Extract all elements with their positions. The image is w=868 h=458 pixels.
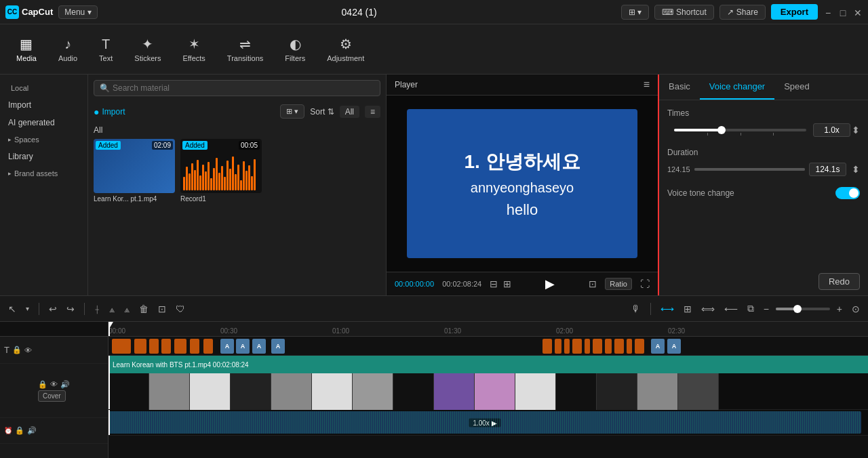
sub-clip[interactable] bbox=[593, 339, 602, 354]
sub-clip[interactable] bbox=[190, 339, 199, 354]
sub-clip[interactable] bbox=[161, 339, 171, 354]
times-slider[interactable] bbox=[674, 129, 806, 131]
tool-audio[interactable]: ♪Audio bbox=[49, 33, 87, 66]
menu-button[interactable]: Menu ▾ bbox=[58, 5, 97, 19]
filter-options-button[interactable]: ≡ bbox=[365, 106, 380, 118]
minus-button[interactable]: − bbox=[761, 302, 772, 316]
video-lock-icon[interactable]: 🔒 bbox=[38, 380, 47, 389]
fit-timeline-button[interactable]: ⊙ bbox=[849, 302, 863, 316]
audio-vol-icon[interactable]: 🔊 bbox=[27, 426, 37, 435]
monitor-button[interactable]: ⊞ ▾ bbox=[621, 5, 649, 20]
video-audio-icon[interactable]: 🔊 bbox=[60, 380, 70, 389]
columns-button[interactable]: ⊞ bbox=[503, 278, 511, 289]
sub-clip[interactable] bbox=[174, 339, 186, 354]
media-item-audio[interactable]: Added 00:05 bbox=[180, 139, 262, 203]
audio-mute-icon[interactable]: 🔒 bbox=[15, 426, 24, 435]
shortcut-button[interactable]: ⌨ Shortcut bbox=[654, 5, 714, 20]
maximize-button[interactable]: □ bbox=[838, 7, 848, 17]
a-clip[interactable]: A bbox=[271, 339, 285, 354]
sub-clip[interactable] bbox=[564, 339, 570, 354]
duration-spinner[interactable]: ⬍ bbox=[852, 164, 860, 175]
duration-slider[interactable] bbox=[694, 168, 805, 171]
sub-clip[interactable] bbox=[627, 339, 632, 354]
select-dropdown[interactable]: ▾ bbox=[23, 304, 32, 314]
a-clip[interactable]: A bbox=[651, 339, 665, 354]
zoom-slider[interactable] bbox=[776, 308, 830, 310]
ratio-button[interactable]: Ratio bbox=[605, 278, 632, 290]
export-button[interactable]: Export bbox=[771, 4, 818, 20]
library-item[interactable]: Library bbox=[0, 148, 87, 165]
a-clip[interactable]: A bbox=[236, 339, 250, 354]
fullscreen-button[interactable]: ⛶ bbox=[640, 278, 650, 289]
share-button[interactable]: ↗ Share bbox=[719, 5, 766, 20]
align-button[interactable]: ⟵ bbox=[722, 302, 741, 316]
local-section[interactable]: Local bbox=[0, 80, 87, 96]
tab-speed[interactable]: Speed bbox=[774, 75, 819, 100]
protect-button[interactable]: 🛡 bbox=[173, 302, 188, 316]
duration-value[interactable]: 124.1s bbox=[809, 163, 846, 176]
times-value[interactable]: 1.0x bbox=[813, 123, 850, 137]
view-toggle-button[interactable]: ⊞ ▾ bbox=[280, 104, 304, 119]
redo-timeline-button[interactable]: ↪ bbox=[64, 302, 77, 316]
a-clip[interactable]: A bbox=[667, 339, 681, 354]
sub-clip[interactable] bbox=[112, 339, 131, 354]
audio-clip[interactable]: 1.00x ▶ bbox=[108, 411, 861, 434]
undo-button[interactable]: ↩ bbox=[46, 302, 60, 316]
delete-button[interactable]: 🗑 bbox=[136, 302, 151, 316]
redo-button[interactable]: Redo bbox=[818, 273, 860, 290]
subtitle-lock-icon[interactable]: 🔒 bbox=[12, 346, 22, 354]
plus-button[interactable]: + bbox=[834, 302, 845, 316]
sub-clip[interactable] bbox=[605, 339, 612, 354]
magnetic-button[interactable]: ⟷ bbox=[658, 302, 677, 316]
import-button[interactable]: ● Import bbox=[94, 106, 125, 117]
tab-basic[interactable]: Basic bbox=[659, 75, 700, 100]
tool-effects[interactable]: ✶Effects bbox=[173, 32, 214, 66]
sub-clip[interactable] bbox=[572, 339, 582, 354]
a-clip[interactable]: A bbox=[220, 339, 234, 354]
sub-clip[interactable] bbox=[149, 339, 159, 354]
sub-clip[interactable] bbox=[635, 339, 644, 354]
tool-transitions[interactable]: ⇌Transitions bbox=[218, 32, 273, 66]
video-main-clip[interactable]: Learn Korean with BTS pt.1.mp4 00:02:08:… bbox=[108, 356, 868, 373]
video-eye-icon[interactable]: 👁 bbox=[50, 380, 58, 388]
tab-voice-changer[interactable]: Voice changer bbox=[700, 75, 774, 100]
multi-track-button[interactable]: ⊞ bbox=[681, 302, 694, 316]
split-button[interactable]: ⟊ bbox=[92, 302, 102, 316]
tool-media[interactable]: ▦Media bbox=[7, 32, 46, 66]
sort-button[interactable]: Sort ⇅ bbox=[310, 107, 334, 117]
overlay-button[interactable]: ⧉ bbox=[745, 301, 757, 316]
spaces-section[interactable]: ▸ Spaces bbox=[0, 131, 87, 148]
search-input[interactable] bbox=[113, 83, 374, 93]
select-tool[interactable]: ↖ bbox=[5, 302, 19, 316]
sub-clip[interactable] bbox=[542, 339, 552, 354]
import-item[interactable]: Import bbox=[0, 96, 87, 114]
play-button[interactable]: ▶ bbox=[545, 276, 555, 291]
subtitle-text-icon[interactable]: T bbox=[4, 345, 9, 355]
audio-lock-icon[interactable]: ⏰ bbox=[4, 427, 12, 434]
sub-clip[interactable] bbox=[614, 339, 624, 354]
grid-view-button[interactable]: ⊟ bbox=[490, 278, 498, 289]
media-item-video[interactable]: Added 02:09 Learn Kor... pt.1.mp4 bbox=[94, 139, 175, 203]
voice-tone-toggle[interactable] bbox=[835, 187, 860, 199]
ai-generated-item[interactable]: AI generated bbox=[0, 114, 87, 131]
player-menu-button[interactable]: ≡ bbox=[644, 79, 650, 91]
sub-clip[interactable] bbox=[585, 339, 590, 354]
crop-button[interactable]: ⊡ bbox=[155, 302, 169, 316]
split-left-button[interactable]: ⟁ bbox=[106, 302, 117, 316]
times-spinner[interactable]: ⬍ bbox=[852, 125, 860, 136]
link-button[interactable]: ⟺ bbox=[698, 302, 717, 316]
tool-text[interactable]: TText bbox=[90, 33, 122, 66]
tool-filters[interactable]: ◐Filters bbox=[275, 32, 315, 66]
fit-button[interactable]: ⊡ bbox=[589, 278, 597, 289]
track-area[interactable]: 00:00 00:30 01:00 01:30 02:00 02:30 bbox=[108, 322, 868, 458]
close-button[interactable]: ✕ bbox=[853, 7, 863, 17]
a-clip[interactable]: A bbox=[252, 339, 266, 354]
sub-clip[interactable] bbox=[134, 339, 146, 354]
cover-button[interactable]: Cover bbox=[38, 390, 66, 402]
sub-clip[interactable] bbox=[203, 339, 213, 354]
minimize-button[interactable]: − bbox=[823, 7, 833, 17]
split-right-button[interactable]: ⟁ bbox=[121, 302, 132, 316]
subtitle-eye-icon[interactable]: 👁 bbox=[24, 346, 32, 354]
tool-adjustment[interactable]: ⚙Adjustment bbox=[317, 32, 374, 66]
brand-section[interactable]: ▸ Brand assets bbox=[0, 165, 87, 182]
